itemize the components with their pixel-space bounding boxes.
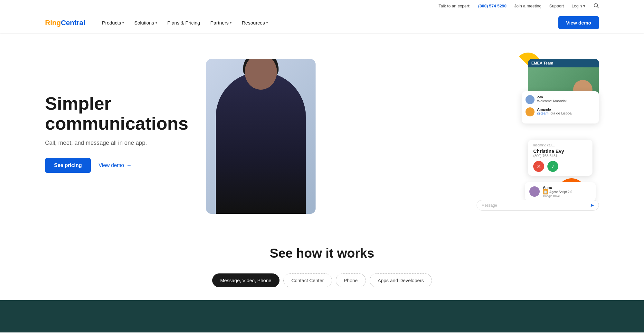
top-bar: Talk to an expert: (800) 574 5290 Join a… xyxy=(0,0,644,12)
support-link[interactable]: Support xyxy=(549,4,564,8)
chat-card: Zak Welcome Amanda! Amanda @team, olá de… xyxy=(522,91,599,124)
see-pricing-button[interactable]: See pricing xyxy=(45,158,91,173)
nav-plans-pricing[interactable]: Plans & Pricing xyxy=(164,17,204,28)
hero-person-image xyxy=(206,59,316,214)
section-title: See how it works xyxy=(45,246,599,261)
chat-avatar-zak xyxy=(526,95,535,104)
bottom-dark-section xyxy=(0,300,644,332)
join-meeting-link[interactable]: Join a meeting xyxy=(514,4,542,8)
incoming-call-card: Incoming call... Christina Evy (800) 768… xyxy=(528,140,592,176)
call-action-buttons: ✕ ✓ xyxy=(533,161,587,172)
hero-title: Simpler communications xyxy=(45,94,213,133)
nav-links: Products ▾ Solutions ▾ Plans & Pricing P… xyxy=(98,17,558,28)
person-body xyxy=(216,72,306,214)
tab-message-video-phone[interactable]: Message, Video, Phone xyxy=(212,273,279,287)
hero-actions: See pricing View demo → xyxy=(45,158,213,173)
talk-to-expert-text: Talk to an expert: xyxy=(439,4,470,8)
accept-call-button[interactable]: ✓ xyxy=(547,161,558,172)
call-incoming-label: Incoming call... xyxy=(533,143,587,147)
file-icon: 📄 xyxy=(543,189,548,194)
caller-number: (800) 768-5431 xyxy=(533,154,587,158)
navbar: Ring Central Products ▾ Solutions ▾ Plan… xyxy=(0,12,644,33)
message-input-bar: Message ➤ xyxy=(477,200,599,211)
send-icon[interactable]: ➤ xyxy=(590,202,594,208)
hero-section: Simpler communications Call, meet, and m… xyxy=(0,33,644,227)
chat-avatar-amanda xyxy=(526,107,535,116)
gdrive-label: Google Drive xyxy=(543,194,591,198)
svg-line-1 xyxy=(597,6,598,8)
hero-visual: EMEA Team Zak Welcome Amanda! A xyxy=(213,53,599,214)
tab-phone[interactable]: Phone xyxy=(336,273,366,287)
view-demo-nav-button[interactable]: View demo xyxy=(558,16,599,29)
tab-apps-developers[interactable]: Apps and Developers xyxy=(370,273,432,287)
agent-avatar xyxy=(529,186,540,197)
logo-central: Central xyxy=(61,19,85,27)
agent-card: Anna 📄 Agent Script 2.0 Google Drive xyxy=(525,182,596,201)
hero-content: Simpler communications Call, meet, and m… xyxy=(45,94,213,173)
view-demo-hero-link[interactable]: View demo → xyxy=(99,163,132,168)
decline-call-button[interactable]: ✕ xyxy=(533,161,544,172)
chat-message-2: Amanda @team, olá de Lisboa xyxy=(526,107,595,116)
person-head xyxy=(245,59,277,90)
chevron-down-icon: ▾ xyxy=(122,21,124,25)
hero-subtitle: Call, meet, and message all in one app. xyxy=(45,140,213,146)
chat-content-2: Amanda @team, olá de Lisboa xyxy=(537,107,595,115)
login-button[interactable]: Login ▾ xyxy=(572,4,585,8)
arrow-icon: → xyxy=(127,163,132,168)
tab-contact-center[interactable]: Contact Center xyxy=(283,273,332,287)
feature-tabs: Message, Video, Phone Contact Center Pho… xyxy=(45,273,599,287)
nav-partners[interactable]: Partners ▾ xyxy=(206,17,235,28)
message-placeholder-text[interactable]: Message xyxy=(481,203,497,208)
chat-content-1: Zak Welcome Amanda! xyxy=(537,95,595,103)
ui-overlay: EMEA Team Zak Welcome Amanda! A xyxy=(489,59,599,207)
chevron-down-icon: ▾ xyxy=(266,21,268,25)
agent-file-info: 📄 Agent Script 2.0 xyxy=(543,189,591,194)
chevron-down-icon: ▾ xyxy=(156,21,157,25)
chat-message-1: Zak Welcome Amanda! xyxy=(526,95,595,104)
caller-name: Christina Evy xyxy=(533,148,587,154)
chat-mention: @team xyxy=(537,111,549,115)
nav-resources[interactable]: Resources ▾ xyxy=(238,17,272,28)
phone-number[interactable]: (800) 574 5290 xyxy=(478,4,507,8)
video-team-name: EMEA Team xyxy=(528,59,599,67)
agent-name: Anna xyxy=(543,185,591,189)
nav-products[interactable]: Products ▾ xyxy=(98,17,128,28)
agent-info: Anna 📄 Agent Script 2.0 Google Drive xyxy=(543,185,591,198)
chevron-down-icon: ▾ xyxy=(583,4,585,8)
search-icon[interactable] xyxy=(593,3,599,9)
logo-ring: Ring xyxy=(45,19,61,27)
logo[interactable]: Ring Central xyxy=(45,19,85,27)
chevron-down-icon: ▾ xyxy=(230,21,232,25)
how-it-works-section: See how it works Message, Video, Phone C… xyxy=(0,227,644,287)
nav-solutions[interactable]: Solutions ▾ xyxy=(130,17,161,28)
